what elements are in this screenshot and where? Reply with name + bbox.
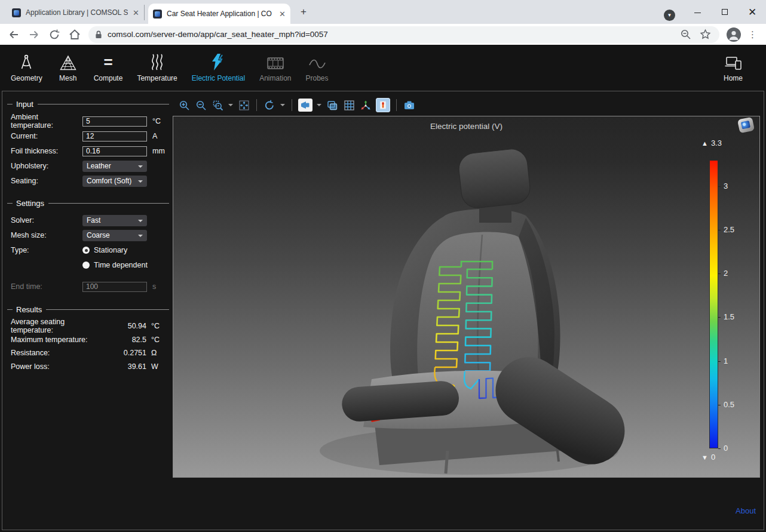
close-button[interactable]: ✕ — [739, 6, 766, 19]
colorbar-tick: 0 — [724, 444, 747, 453]
field-mesh-size: Mesh size: Coarse — [11, 228, 168, 242]
temperature-icon — [150, 52, 164, 71]
zoom-extents-icon[interactable] — [237, 99, 250, 112]
home-devices-icon — [724, 52, 742, 71]
field-seating: Seating: Comfort (Soft) — [11, 174, 168, 188]
car-seat-plot — [173, 116, 760, 478]
scene-light-icon[interactable] — [298, 99, 312, 112]
tab-title: Car Seat Heater Application | CO — [167, 10, 274, 18]
zoom-box-icon[interactable] — [211, 99, 224, 112]
plot-title: Electric potential (V) — [173, 122, 759, 131]
screenshot-icon[interactable] — [403, 99, 416, 112]
url-omnibox[interactable]: comsol.com/server-demo/app/car_seat_heat… — [88, 26, 719, 43]
comsol-favicon — [153, 10, 162, 19]
maximize-button[interactable] — [711, 7, 739, 17]
probes-icon — [308, 52, 326, 71]
solver-dropdown[interactable]: Fast — [82, 215, 147, 226]
result-power-loss: Power loss: 39.61 W — [11, 360, 167, 374]
colorbar-tick: 3 — [724, 182, 747, 190]
ribbon-mesh-button[interactable]: Mesh — [50, 51, 87, 84]
colorbar-max-label: ▲3.3 — [701, 139, 722, 147]
colorbar-tick: 1.5 — [724, 312, 747, 321]
tab-car-seat-heater[interactable]: Car Seat Heater Application | CO ✕ — [148, 4, 290, 24]
url-text: comsol.com/server-demo/app/car_seat_heat… — [108, 30, 680, 39]
field-ambient-temperature: Ambient temperature: °C — [11, 114, 168, 128]
comsol-favicon — [12, 8, 21, 17]
zoom-out-icon[interactable] — [194, 99, 207, 112]
browser-update-icon[interactable]: ▼ — [664, 10, 675, 21]
field-solver: Solver: Fast — [11, 213, 168, 227]
plot-canvas[interactable]: Electric potential (V) ▲3.3 ▼0 3 2.5 2 1… — [173, 116, 760, 478]
back-icon[interactable] — [7, 28, 20, 41]
ribbon-home-button[interactable]: Home — [715, 51, 752, 84]
color-legend-icon[interactable] — [376, 98, 390, 112]
tab-close-icon[interactable]: ✕ — [279, 10, 286, 19]
minimize-button[interactable] — [684, 7, 711, 17]
transparency-icon[interactable] — [326, 99, 339, 112]
browser-menu-icon[interactable]: ⋮ — [748, 29, 757, 40]
compute-icon: = — [103, 52, 112, 71]
colorbar-tick: 2 — [724, 269, 747, 278]
zoom-in-icon[interactable] — [177, 99, 191, 112]
tab-close-icon[interactable]: ✕ — [133, 8, 139, 17]
current-input[interactable] — [82, 131, 147, 142]
about-link[interactable]: About — [736, 506, 756, 515]
radio-stationary[interactable] — [82, 247, 90, 254]
toolbar-separator — [396, 99, 397, 111]
colorbar-tick: 2.5 — [724, 225, 747, 234]
rotate-caret-icon[interactable] — [280, 104, 285, 106]
color-bar — [709, 160, 718, 448]
axes-icon[interactable] — [359, 99, 372, 112]
graphics-toolbar — [177, 97, 416, 113]
field-upholstery: Upholstery: Leather — [11, 159, 168, 173]
tab-title: Application Library | COMSOL Se — [26, 8, 128, 17]
home-icon[interactable] — [68, 28, 81, 41]
geometry-icon — [18, 52, 35, 71]
reload-icon[interactable] — [48, 28, 61, 41]
browser-tab-strip: Application Library | COMSOL Se ✕ Car Se… — [0, 0, 766, 24]
colorbar-tick: 1 — [724, 356, 747, 365]
ribbon-temperature-button[interactable]: Temperature — [130, 51, 184, 84]
ribbon-probes-button: Probes — [299, 51, 336, 84]
section-input-title: Input — [7, 100, 169, 109]
ribbon-electric-potential-button[interactable]: Electric Potential — [185, 51, 252, 84]
tab-application-library[interactable]: Application Library | COMSOL Se ✕ — [7, 5, 145, 20]
address-bar: comsol.com/server-demo/app/car_seat_heat… — [0, 24, 766, 45]
colorbar-tick: 0.5 — [724, 400, 747, 409]
sidebar: Input Ambient temperature: °C Current: A… — [2, 91, 173, 530]
field-current: Current: A — [11, 129, 168, 143]
field-type-option2: Time dependent — [11, 258, 168, 272]
section-results-title: Results — [7, 305, 169, 314]
zoom-box-caret-icon[interactable] — [228, 104, 233, 106]
field-foil-thickness: Foil thickness: mm — [11, 144, 168, 158]
profile-avatar[interactable] — [727, 27, 741, 42]
colorbar-min-label: ▼0 — [701, 453, 715, 462]
animation-icon — [266, 52, 284, 71]
grid-icon[interactable] — [342, 99, 356, 112]
forward-icon[interactable] — [27, 28, 41, 41]
ambient-temperature-input[interactable] — [82, 116, 147, 127]
result-average-seating-temperature: Average seating temperature: 50.94 °C — [11, 319, 167, 333]
ribbon-geometry-button[interactable]: Geometry — [4, 51, 50, 84]
ribbon-animation-button: Animation — [252, 51, 298, 84]
zoom-out-page-icon[interactable] — [680, 29, 691, 40]
radio-time-dependent[interactable] — [82, 262, 90, 269]
bookmark-star-icon[interactable] — [700, 29, 711, 40]
app-content: Input Ambient temperature: °C Current: A… — [2, 91, 764, 530]
ribbon-compute-button[interactable]: = Compute — [87, 51, 130, 84]
new-tab-button[interactable]: + — [298, 6, 310, 18]
seating-dropdown[interactable]: Comfort (Soft) — [82, 176, 147, 187]
lock-icon — [94, 30, 103, 39]
upholstery-dropdown[interactable]: Leather — [82, 161, 147, 172]
mesh-size-dropdown[interactable]: Coarse — [82, 230, 147, 241]
field-type: Type: Stationary — [11, 243, 168, 257]
min-triangle-icon: ▼ — [701, 454, 708, 461]
foil-thickness-input[interactable] — [82, 146, 147, 156]
app-ribbon: Geometry Mesh = Compute Temperature Elec… — [0, 45, 766, 91]
end-time-input — [82, 282, 147, 292]
max-triangle-icon: ▲ — [701, 140, 708, 147]
rotate-icon[interactable] — [263, 99, 276, 112]
toolbar-separator — [292, 99, 292, 111]
section-settings-title: Settings — [7, 199, 169, 208]
scene-light-caret-icon[interactable] — [317, 104, 321, 106]
